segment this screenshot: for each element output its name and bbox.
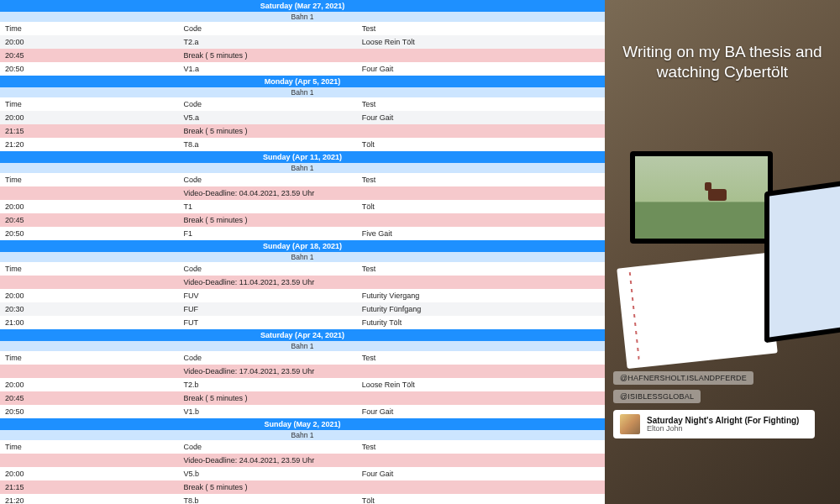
cell-code: Break ( 5 minutes ) bbox=[183, 216, 361, 224]
cell-time: Time bbox=[5, 24, 183, 33]
cell-code: Code bbox=[183, 100, 361, 108]
day-block: Sunday (Apr 11, 2021)Bahn 1TimeCodeTestV… bbox=[0, 151, 605, 240]
schedule-row: 20:50F1Five Gait bbox=[0, 227, 605, 240]
cell-time: Time bbox=[5, 176, 183, 184]
schedule-row: 20:45Break ( 5 minutes ) bbox=[0, 213, 605, 227]
cell-code: T2.a bbox=[183, 38, 361, 46]
schedule-row: Video-Deadline: 04.04.2021, 23.59 Uhr bbox=[0, 186, 605, 200]
schedule-row: Video-Deadline: 11.04.2021, 23.59 Uhr bbox=[0, 276, 605, 289]
schedule-row: 20:00V5.bFour Gait bbox=[0, 467, 605, 480]
day-block: Sunday (Apr 18, 2021)Bahn 1TimeCodeTestV… bbox=[0, 240, 605, 329]
cell-test: Test bbox=[362, 100, 600, 108]
schedule-row: 20:50V1.aFour Gait bbox=[0, 62, 605, 76]
cell-time: Time bbox=[5, 443, 183, 451]
cell-time: 20:00 bbox=[5, 202, 183, 211]
story-caption: Writing on my BA thesis and watching Cyb… bbox=[605, 42, 840, 82]
arena-header: Bahn 1 bbox=[0, 12, 605, 22]
cell-test: Test bbox=[362, 265, 600, 273]
cell-code: V5.b bbox=[183, 470, 361, 478]
cell-test bbox=[362, 483, 600, 491]
music-sticker[interactable]: Saturday Night's Alright (For Fighting) … bbox=[613, 410, 815, 438]
day-header: Sunday (Apr 11, 2021) bbox=[0, 151, 605, 163]
arena-header: Bahn 1 bbox=[0, 430, 605, 440]
arena-header: Bahn 1 bbox=[0, 87, 605, 97]
cell-code: T8.b bbox=[183, 496, 361, 504]
day-block: Saturday (Apr 24, 2021)Bahn 1TimeCodeTes… bbox=[0, 329, 605, 418]
cell-test bbox=[362, 127, 600, 135]
cell-test: Test bbox=[362, 443, 600, 451]
cell-test: Test bbox=[362, 354, 600, 362]
day-block: Sunday (May 2, 2021)Bahn 1TimeCodeTestVi… bbox=[0, 418, 605, 504]
cell-test: Four Gait bbox=[362, 65, 600, 73]
schedule-row: TimeCodeTest bbox=[0, 440, 605, 454]
day-header: Monday (Apr 5, 2021) bbox=[0, 76, 605, 87]
cell-test: Futurity Tölt bbox=[362, 318, 600, 327]
cell-time: 20:00 bbox=[5, 291, 183, 300]
schedule-row: 21:15Break ( 5 minutes ) bbox=[0, 124, 605, 138]
schedule-row: 20:50V1.bFour Gait bbox=[0, 405, 605, 418]
schedule-row: TimeCodeTest bbox=[0, 97, 605, 111]
cell-code: T8.a bbox=[183, 140, 361, 149]
day-header: Saturday (Apr 24, 2021) bbox=[0, 329, 605, 341]
mention-tag[interactable]: @ISIBLESSGLOBAL bbox=[613, 390, 701, 403]
cell-test: Four Gait bbox=[362, 470, 600, 478]
cell-test: Four Gait bbox=[362, 113, 600, 122]
arena-header: Bahn 1 bbox=[0, 252, 605, 262]
schedule-row: 20:00T2.bLoose Rein Tölt bbox=[0, 378, 605, 391]
schedule-row: 20:30FUFFuturity Fünfgang bbox=[0, 302, 605, 316]
schedule-row: 20:00V5.aFour Gait bbox=[0, 111, 605, 124]
story-tags: @HAFNERSHOLT.ISLANDPFERDE @ISIBLESSGLOBA… bbox=[613, 371, 753, 403]
cell-time: 20:00 bbox=[5, 470, 183, 478]
schedule-row: Video-Deadline: 24.04.2021, 23.59 Uhr bbox=[0, 454, 605, 467]
cell-test bbox=[362, 216, 600, 224]
cell-time bbox=[5, 456, 183, 465]
schedule-row: 20:00FUVFuturity Viergang bbox=[0, 289, 605, 302]
mention-tag[interactable]: @HAFNERSHOLT.ISLANDPFERDE bbox=[613, 371, 753, 385]
cell-time: Time bbox=[5, 354, 183, 362]
cell-test bbox=[362, 278, 600, 286]
cell-time: 20:50 bbox=[5, 407, 183, 416]
cell-code: Video-Deadline: 11.04.2021, 23.59 Uhr bbox=[183, 278, 361, 286]
cell-code: Break ( 5 minutes ) bbox=[183, 51, 361, 60]
cell-code: V5.a bbox=[183, 113, 361, 122]
story-scene bbox=[605, 126, 840, 344]
cell-test bbox=[362, 394, 600, 402]
cell-time: 20:50 bbox=[5, 229, 183, 238]
cell-code: Code bbox=[183, 354, 361, 362]
cell-test: Four Gait bbox=[362, 407, 600, 416]
cell-time: 21:15 bbox=[5, 483, 183, 491]
schedule-row: 20:45Break ( 5 minutes ) bbox=[0, 391, 605, 405]
schedule-row: 21:20T8.aTölt bbox=[0, 138, 605, 151]
notebook-prop bbox=[617, 253, 778, 369]
cell-time: 20:00 bbox=[5, 113, 183, 122]
cell-test: Test bbox=[362, 24, 600, 33]
schedule-row: TimeCodeTest bbox=[0, 351, 605, 365]
cell-code: Code bbox=[183, 176, 361, 184]
cell-test: Tölt bbox=[362, 496, 600, 504]
schedule-row: 21:00FUTFuturity Tölt bbox=[0, 316, 605, 329]
cell-code: V1.b bbox=[183, 407, 361, 416]
cell-time bbox=[5, 189, 183, 197]
cell-code: V1.a bbox=[183, 65, 361, 73]
schedule-row: 20:00T2.aLoose Rein Tölt bbox=[0, 35, 605, 49]
cell-time: Time bbox=[5, 100, 183, 108]
cell-time: 21:15 bbox=[5, 127, 183, 135]
day-header: Sunday (Apr 18, 2021) bbox=[0, 240, 605, 252]
cell-code: FUT bbox=[183, 318, 361, 327]
cell-time bbox=[5, 367, 183, 375]
cell-code: Code bbox=[183, 443, 361, 451]
schedule-row: Video-Deadline: 17.04.2021, 23.59 Uhr bbox=[0, 365, 605, 378]
day-header: Saturday (Mar 27, 2021) bbox=[0, 0, 605, 12]
cell-time: 21:20 bbox=[5, 496, 183, 504]
arena-header: Bahn 1 bbox=[0, 163, 605, 173]
cell-code: F1 bbox=[183, 229, 361, 238]
schedule-row: 20:00T1Tölt bbox=[0, 200, 605, 213]
cell-code: Video-Deadline: 24.04.2021, 23.59 Uhr bbox=[183, 456, 361, 465]
cell-time: 20:30 bbox=[5, 305, 183, 313]
cell-code: T2.b bbox=[183, 381, 361, 389]
tablet-prop bbox=[630, 151, 773, 244]
cell-test bbox=[362, 51, 600, 60]
arena-header: Bahn 1 bbox=[0, 341, 605, 351]
cell-test: Test bbox=[362, 176, 600, 184]
laptop-screen bbox=[769, 183, 840, 337]
